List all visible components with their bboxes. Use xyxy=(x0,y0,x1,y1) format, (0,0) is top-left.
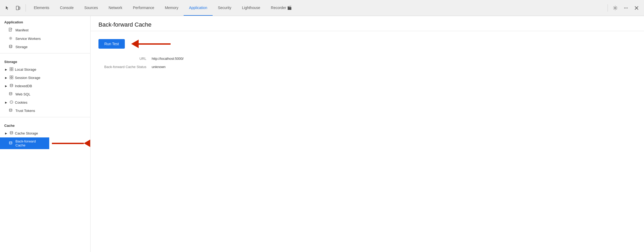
db-icon-3 xyxy=(9,108,13,113)
svg-point-3 xyxy=(624,7,625,8)
svg-rect-17 xyxy=(12,69,13,71)
status-value: unknown xyxy=(152,65,166,69)
sidebar-item-local-storage-label: Local Storage xyxy=(15,68,36,72)
url-row: URL http://localhost:5000/ xyxy=(98,57,636,61)
sidebar-item-indexeddb[interactable]: ▶ IndexedDB xyxy=(0,82,90,90)
svg-rect-18 xyxy=(10,76,11,77)
svg-point-24 xyxy=(10,101,13,104)
sidebar-item-cache-storage[interactable]: ▶ Cache Storage xyxy=(0,129,90,137)
tab-security[interactable]: Security xyxy=(213,0,237,16)
close-btn[interactable] xyxy=(632,3,641,13)
settings-btn[interactable] xyxy=(610,3,620,13)
tab-console[interactable]: Console xyxy=(55,0,79,16)
sidebar-item-back-forward-cache[interactable]: Back-forward Cache xyxy=(0,137,49,149)
sidebar-item-local-storage[interactable]: ▶ Local Storage xyxy=(0,65,90,74)
grid-icon-2 xyxy=(10,75,13,80)
sidebar-section-application: Application xyxy=(0,16,90,26)
cursor-icon-btn[interactable] xyxy=(3,3,12,13)
gear-small-icon xyxy=(9,36,13,41)
db-icon-4 xyxy=(10,131,13,136)
tab-performance[interactable]: Performance xyxy=(127,0,159,16)
toolbar-divider-2 xyxy=(608,4,608,12)
tab-application[interactable]: Application xyxy=(184,0,213,16)
expand-arrow-icon-3: ▶ xyxy=(4,85,8,87)
sidebar-item-cookies[interactable]: ▶ Cookies xyxy=(0,98,90,107)
divider-2 xyxy=(0,117,90,117)
sidebar-section-storage: Storage xyxy=(0,56,90,65)
sidebar-item-cache-storage-label: Cache Storage xyxy=(15,131,38,135)
svg-rect-14 xyxy=(10,68,11,69)
arrow-line-bottom xyxy=(52,143,84,144)
expand-arrow-icon: ▶ xyxy=(4,68,8,71)
expand-arrow-icon-4: ▶ xyxy=(4,101,8,104)
tab-elements[interactable]: Elements xyxy=(28,0,55,16)
sidebar-item-trust-tokens-label: Trust Tokens xyxy=(15,109,35,113)
svg-point-31 xyxy=(9,141,12,142)
ellipsis-icon xyxy=(624,6,628,10)
svg-point-28 xyxy=(11,102,11,103)
sidebar-item-indexeddb-label: IndexedDB xyxy=(15,84,32,88)
svg-rect-1 xyxy=(19,7,20,9)
content-header: Back-forward Cache xyxy=(90,16,644,31)
db-icon-2 xyxy=(9,92,13,96)
svg-rect-15 xyxy=(12,68,13,69)
svg-point-23 xyxy=(9,92,12,93)
sidebar-item-service-workers[interactable]: Service Workers xyxy=(0,35,90,43)
run-test-button[interactable]: Run Test xyxy=(98,39,125,49)
svg-rect-0 xyxy=(16,6,19,10)
sidebar-item-storage-label: Storage xyxy=(15,45,28,49)
divider-1 xyxy=(0,53,90,53)
run-test-section: Run Test xyxy=(98,39,636,49)
sidebar-item-cookies-label: Cookies xyxy=(15,100,27,104)
sidebar: Application Manifest Service Workers Sto… xyxy=(0,16,90,252)
svg-point-29 xyxy=(9,109,12,110)
annotation-arrow-top xyxy=(131,40,171,48)
svg-rect-21 xyxy=(12,78,13,79)
svg-rect-20 xyxy=(10,78,11,79)
sidebar-item-web-sql-label: Web SQL xyxy=(15,92,30,96)
tab-sources[interactable]: Sources xyxy=(79,0,103,16)
toolbar-divider-1 xyxy=(26,4,26,12)
sidebar-item-service-workers-label: Service Workers xyxy=(15,37,41,41)
back-forward-cache-row: Back-forward Cache xyxy=(0,137,90,149)
svg-point-30 xyxy=(10,131,13,132)
sidebar-item-storage[interactable]: Storage xyxy=(0,43,90,51)
tab-network[interactable]: Network xyxy=(103,0,127,16)
db-icon-5 xyxy=(9,141,13,146)
main-content: Back-forward Cache Run Test URL http://l… xyxy=(90,16,644,252)
toolbar-right-buttons xyxy=(610,3,641,13)
svg-point-13 xyxy=(9,45,12,46)
db-icon xyxy=(10,84,13,88)
svg-rect-19 xyxy=(12,76,13,77)
tab-recorder[interactable]: Recorder 🎬 xyxy=(266,0,297,16)
tab-lighthouse[interactable]: Lighthouse xyxy=(237,0,266,16)
close-icon xyxy=(634,6,639,10)
device-toggle-btn[interactable] xyxy=(13,3,23,13)
sidebar-item-web-sql[interactable]: Web SQL xyxy=(0,90,90,98)
svg-point-26 xyxy=(11,101,12,102)
svg-point-12 xyxy=(10,38,11,39)
expand-arrow-icon-5: ▶ xyxy=(4,132,8,135)
sidebar-item-back-forward-cache-label: Back-forward Cache xyxy=(15,139,45,147)
annotation-arrow-bottom xyxy=(52,140,90,147)
url-value: http://localhost:5000/ xyxy=(152,57,184,61)
arrow-head-left xyxy=(131,40,139,48)
sidebar-item-manifest[interactable]: Manifest xyxy=(0,26,90,35)
more-options-btn[interactable] xyxy=(621,3,631,13)
database-icon xyxy=(9,45,13,49)
svg-point-5 xyxy=(627,7,628,8)
sidebar-item-session-storage-label: Session Storage xyxy=(15,76,40,80)
tab-bar: Elements Console Sources Network Perform… xyxy=(28,0,605,16)
page-title: Back-forward Cache xyxy=(98,21,636,28)
cursor-icon xyxy=(5,6,10,10)
main-layout: Application Manifest Service Workers Sto… xyxy=(0,16,644,252)
sidebar-item-trust-tokens[interactable]: Trust Tokens xyxy=(0,107,90,115)
arrow-line-top xyxy=(139,43,171,45)
svg-point-4 xyxy=(626,7,626,8)
url-label: URL xyxy=(98,57,152,61)
sidebar-item-session-storage[interactable]: ▶ Session Storage xyxy=(0,74,90,82)
expand-arrow-icon-2: ▶ xyxy=(4,76,8,79)
document-icon xyxy=(9,28,13,33)
device-icon xyxy=(16,6,20,10)
tab-memory[interactable]: Memory xyxy=(160,0,184,16)
